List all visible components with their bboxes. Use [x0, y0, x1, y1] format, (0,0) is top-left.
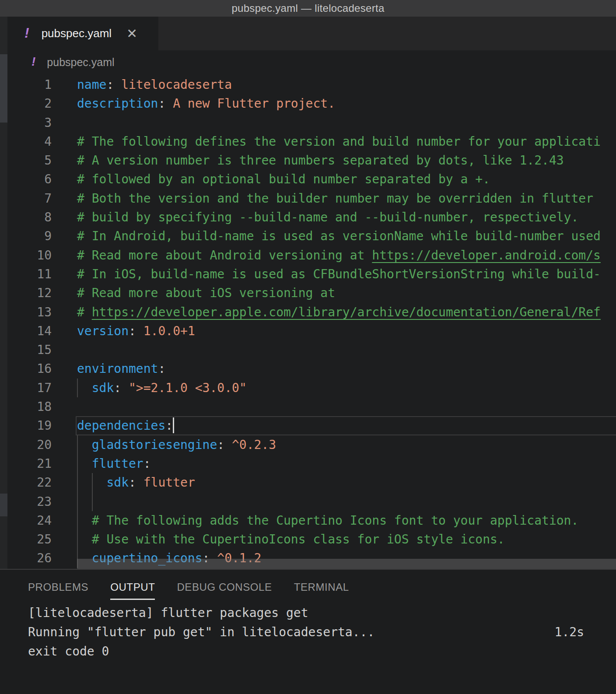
indent-guide-line	[77, 492, 78, 511]
code-token: # The following adds the Cupertino Icons…	[77, 513, 578, 528]
code-line[interactable]: 11# In iOS, build-name is used as CFBund…	[0, 265, 616, 284]
code-line[interactable]: 3	[0, 113, 616, 132]
line-number: 7	[0, 189, 52, 208]
breadcrumb-file-label: pubspec.yaml	[47, 56, 114, 69]
code-line[interactable]: 22 sdk: flutter	[0, 473, 616, 492]
code-line[interactable]: 20 gladstoriesengine: ^0.2.3	[0, 435, 616, 454]
code-editor[interactable]: 1name: litelocadeserta2description: A ne…	[0, 74, 616, 569]
window-title: pubspec.yaml — litelocadeserta	[231, 2, 384, 14]
indent-guide-line	[77, 530, 78, 549]
line-number: 14	[0, 322, 52, 340]
code-token: # The following defines the version and …	[77, 134, 601, 149]
code-line[interactable]: 5# A version number is three numbers sep…	[0, 151, 616, 170]
code-line[interactable]: 4# The following defines the version and…	[0, 132, 616, 151]
line-number: 5	[0, 151, 52, 170]
code-line[interactable]: 17 sdk: ">=2.1.0 <3.0.0"	[0, 379, 616, 397]
line-number: 10	[0, 246, 52, 265]
line-number: 11	[0, 265, 52, 284]
code-token: 1.0.0+1	[136, 324, 195, 338]
indent-guide-line	[77, 511, 78, 530]
code-line[interactable]: 9# In Android, build-name is used as ver…	[0, 227, 616, 245]
code-line[interactable]: 14version: 1.0.0+1	[0, 322, 616, 340]
code-lines: 1name: litelocadeserta2description: A ne…	[0, 75, 616, 568]
code-line[interactable]: 15	[0, 340, 616, 359]
code-line[interactable]: 1name: litelocadeserta	[0, 75, 616, 94]
line-number: 9	[0, 227, 52, 245]
close-icon[interactable]: ✕	[126, 26, 137, 41]
code-token: # Both the version and the builder numbe…	[77, 191, 593, 206]
bottom-panel: PROBLEMSOUTPUTDEBUG CONSOLETERMINAL [lit…	[0, 569, 616, 694]
collapsed-sidebar-edge	[0, 17, 7, 569]
line-number: 24	[0, 511, 52, 530]
panel-tab-problems[interactable]: PROBLEMS	[28, 581, 88, 600]
panel-tab-bar: PROBLEMSOUTPUTDEBUG CONSOLETERMINAL	[28, 570, 616, 600]
code-token: dependencies	[77, 418, 165, 433]
code-token: # Use with the CupertinoIcons class for …	[77, 532, 505, 547]
code-token: gladstoriesengine	[77, 438, 217, 452]
line-number: 19	[0, 416, 52, 435]
code-line[interactable]: 6# followed by an optional build number …	[0, 170, 616, 189]
code-line[interactable]: 10# Read more about Android versioning a…	[0, 246, 616, 265]
code-token: # followed by an optional build number s…	[77, 172, 490, 186]
output-line: [litelocadeserta] flutter packages get	[28, 603, 616, 623]
code-line[interactable]: 2description: A new Flutter project.	[0, 94, 616, 113]
code-line[interactable]: 23	[0, 492, 616, 511]
code-line[interactable]: 25 # Use with the CupertinoIcons class f…	[0, 530, 616, 549]
code-token: sdk	[77, 381, 114, 395]
code-token: flutter	[136, 475, 195, 490]
indent-guide-line	[77, 473, 78, 492]
panel-tab-debug-console[interactable]: DEBUG CONSOLE	[177, 581, 272, 600]
output-console: [litelocadeserta] flutter packages getRu…	[28, 603, 616, 661]
code-token: https://developer.apple.com/library/arch…	[92, 305, 601, 319]
indent-guide-line	[92, 473, 93, 492]
code-line[interactable]: 7# Both the version and the builder numb…	[0, 189, 616, 208]
code-line[interactable]: 13# https://developer.apple.com/library/…	[0, 303, 616, 322]
breadcrumb[interactable]: ! pubspec.yaml	[0, 50, 616, 74]
code-token: sdk	[77, 475, 129, 490]
output-text: [litelocadeserta] flutter packages get	[28, 606, 308, 620]
code-token: #	[77, 305, 92, 319]
code-token: :	[129, 475, 136, 490]
line-number: 16	[0, 359, 52, 378]
elapsed-time: 1.2s	[555, 623, 584, 642]
horizontal-scrollbar[interactable]	[77, 559, 616, 569]
code-line[interactable]: 16environment:	[0, 359, 616, 378]
tab-pubspec-yaml[interactable]: ! pubspec.yaml ✕	[0, 17, 158, 50]
code-line[interactable]: 12# Read more about iOS versioning at	[0, 284, 616, 302]
line-number: 17	[0, 379, 52, 397]
code-token: https://developer.android.com/s	[372, 248, 601, 263]
line-number: 23	[0, 492, 52, 511]
text-cursor	[173, 417, 174, 433]
editor-tab-bar: ! pubspec.yaml ✕	[0, 17, 616, 50]
code-token: A new Flutter project.	[165, 96, 335, 111]
panel-tab-output[interactable]: OUTPUT	[110, 581, 155, 600]
code-token: ^0.2.3	[224, 438, 276, 452]
window-title-bar: pubspec.yaml — litelocadeserta	[0, 0, 616, 17]
line-number: 13	[0, 303, 52, 322]
code-line[interactable]: 8# build by specifying --build-name and …	[0, 208, 616, 227]
code-token: name	[77, 77, 106, 92]
indent-guide-line	[92, 492, 93, 511]
code-token: :	[114, 381, 121, 395]
code-token: :	[106, 77, 114, 92]
panel-tab-terminal[interactable]: TERMINAL	[294, 581, 349, 600]
line-number: 18	[0, 397, 52, 416]
line-number: 8	[0, 208, 52, 227]
code-line[interactable]: 19dependencies:	[0, 416, 616, 435]
output-text: exit code 0	[28, 644, 109, 659]
code-token: :	[158, 361, 165, 376]
code-token: # Read more about iOS versioning at	[77, 286, 335, 300]
indent-guide-line	[77, 454, 78, 473]
code-line[interactable]: 24 # The following adds the Cupertino Ic…	[0, 511, 616, 530]
code-line[interactable]: 21 flutter:	[0, 454, 616, 473]
code-token: :	[165, 418, 173, 433]
code-token: version	[77, 324, 129, 338]
output-line: exit code 0	[28, 642, 616, 661]
code-token: # Read more about Android versioning at	[77, 248, 372, 263]
line-number: 1	[0, 75, 52, 94]
code-token: environment	[77, 361, 158, 376]
code-token: # A version number is three numbers sepa…	[77, 153, 564, 168]
code-line[interactable]: 18	[0, 397, 616, 416]
code-token: :	[144, 456, 151, 471]
code-token: # In Android, build-name is used as vers…	[77, 229, 601, 243]
